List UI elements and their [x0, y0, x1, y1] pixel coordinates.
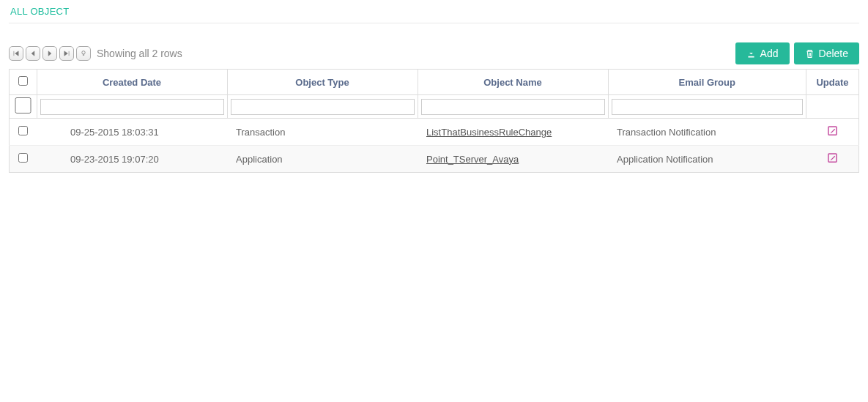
pager-last-button[interactable] [59, 46, 74, 61]
table-row: 09-23-2015 19:07:20ApplicationPoint_TSer… [10, 146, 859, 173]
download-icon [746, 49, 756, 59]
cell-group: Transaction Notification [608, 119, 806, 146]
filter-name-input[interactable] [421, 99, 605, 115]
edit-button[interactable] [827, 155, 838, 165]
prev-page-icon [29, 50, 37, 57]
next-page-icon [46, 50, 53, 57]
header-update: Update [806, 70, 859, 95]
filter-checkbox-cell [10, 95, 37, 119]
header-name[interactable]: Object Name [418, 70, 608, 95]
cell-group: Application Notification [608, 146, 806, 173]
cell-type: Transaction [227, 119, 418, 146]
cell-type: Application [227, 146, 418, 173]
pager-refresh-button[interactable] [76, 46, 91, 61]
delete-button-label: Delete [819, 48, 848, 59]
header-type[interactable]: Object Type [227, 70, 418, 95]
header-checkbox-cell [10, 70, 37, 95]
divider [9, 23, 859, 23]
edit-button[interactable] [827, 127, 838, 138]
page-title: ALL OBJECT [10, 6, 859, 17]
edit-icon [827, 125, 838, 136]
cell-created: 09-23-2015 19:07:20 [37, 146, 227, 173]
pager [9, 46, 91, 61]
header-group[interactable]: Email Group [608, 70, 806, 95]
filter-update-cell [806, 95, 859, 119]
trash-icon [805, 49, 815, 59]
add-button-label: Add [760, 48, 779, 59]
svg-point-0 [82, 51, 85, 54]
filter-type-input[interactable] [231, 99, 415, 115]
header-created[interactable]: Created Date [37, 70, 227, 95]
object-name-link[interactable]: Point_TServer_Avaya [426, 154, 519, 165]
add-button[interactable]: Add [735, 42, 790, 64]
row-status: Showing all 2 rows [97, 48, 182, 59]
object-name-link[interactable]: ListThatBusinessRuleChange [426, 127, 552, 138]
pager-next-button[interactable] [42, 46, 57, 61]
table-body: 09-25-2015 18:03:31TransactionListThatBu… [10, 119, 859, 173]
first-page-icon [12, 50, 20, 57]
pager-first-button[interactable] [9, 46, 23, 61]
toolbar: Showing all 2 rows Add Delete [9, 42, 859, 64]
object-table: Created Date Object Type Object Name Ema… [9, 69, 859, 173]
header-row: Created Date Object Type Object Name Ema… [10, 70, 859, 95]
pager-prev-button[interactable] [26, 46, 40, 61]
filter-group-input[interactable] [612, 99, 804, 115]
pager-wrap: Showing all 2 rows [9, 46, 182, 61]
bulb-icon [80, 50, 87, 57]
filter-row [10, 95, 859, 119]
last-page-icon [63, 50, 70, 57]
row-checkbox[interactable] [18, 126, 28, 135]
cell-created: 09-25-2015 18:03:31 [37, 119, 227, 146]
delete-button[interactable]: Delete [794, 42, 859, 64]
select-all-checkbox[interactable] [18, 76, 28, 86]
filter-created-input[interactable] [40, 99, 224, 115]
edit-icon [827, 152, 838, 163]
table-row: 09-25-2015 18:03:31TransactionListThatBu… [10, 119, 859, 146]
action-buttons: Add Delete [735, 42, 859, 64]
row-checkbox[interactable] [18, 153, 28, 163]
filter-row-checkbox[interactable] [12, 97, 34, 113]
